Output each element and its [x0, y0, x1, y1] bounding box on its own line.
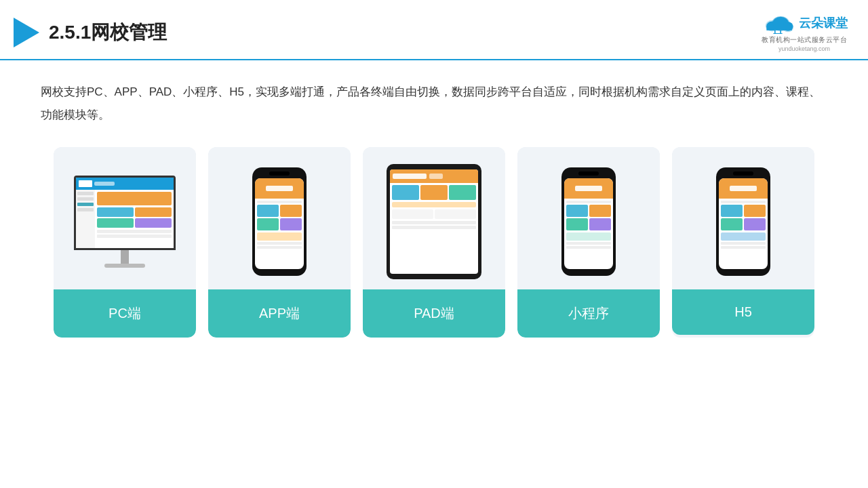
logo-area: 云朵课堂 教育机构一站式服务云平台 yunduoketang.com [761, 12, 848, 52]
phone-mock-miniapp [561, 167, 616, 276]
card-h5: H5 [672, 147, 814, 338]
monitor-mock [71, 176, 179, 268]
card-pad-label: PAD端 [363, 289, 505, 338]
logo-name: 云朵课堂 [799, 15, 848, 31]
card-miniapp: 小程序 [517, 147, 660, 338]
play-icon [14, 18, 39, 47]
phone-notch-miniapp [578, 171, 599, 176]
cloud-icon [761, 12, 795, 34]
card-pc: PC端 [54, 147, 196, 338]
card-h5-image [672, 147, 814, 289]
phone-mock-h5 [716, 167, 770, 276]
header-left: 2.5.1网校管理 [14, 18, 167, 47]
page-title: 2.5.1网校管理 [49, 20, 167, 45]
card-app-image [208, 147, 351, 289]
card-pc-image [54, 147, 196, 289]
logo-cloud: 云朵课堂 [761, 12, 848, 34]
card-app-label: APP端 [208, 289, 351, 338]
card-pad-image [363, 147, 505, 289]
phone-notch-h5 [733, 171, 753, 176]
card-miniapp-label: 小程序 [517, 289, 660, 338]
tablet-screen [390, 169, 478, 274]
logo-url: yunduoketang.com [778, 45, 830, 52]
phone-screen-miniapp [564, 178, 613, 269]
description-text: 网校支持PC、APP、PAD、小程序、H5，实现多端打通，产品各终端自由切换，数… [41, 81, 827, 127]
card-pad: PAD端 [363, 147, 505, 338]
phone-mock-app [252, 167, 307, 276]
page-header: 2.5.1网校管理 云朵课堂 教育机构一站式服务云平台 yunduoketang… [0, 0, 868, 60]
phone-screen-h5 [719, 178, 768, 269]
tablet-mock [387, 164, 481, 279]
monitor-stand [121, 250, 129, 264]
logo-tagline: 教育机构一站式服务云平台 [762, 35, 847, 45]
monitor-screen [74, 176, 176, 250]
monitor-base [104, 264, 145, 268]
card-miniapp-image [517, 147, 660, 289]
cards-container: PC端 [41, 147, 827, 338]
main-content: 网校支持PC、APP、PAD、小程序、H5，实现多端打通，产品各终端自由切换，数… [0, 60, 868, 351]
card-pc-label: PC端 [54, 289, 196, 338]
phone-notch-app [269, 171, 290, 176]
svg-rect-6 [766, 26, 792, 30]
card-h5-label: H5 [672, 289, 814, 335]
phone-screen-app [255, 178, 304, 269]
card-app: APP端 [208, 147, 351, 338]
